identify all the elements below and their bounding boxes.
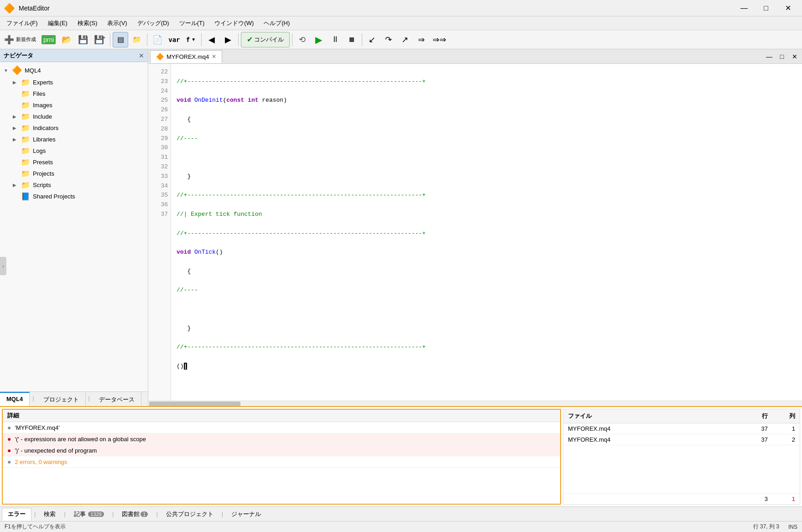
app-title: MetaEditor xyxy=(19,5,50,12)
menu-tools[interactable]: ツール(T) xyxy=(175,18,209,29)
minimize-button[interactable]: — xyxy=(734,1,755,15)
root-expand-arrow: ▼ xyxy=(4,68,9,73)
fp-row-0-col: 1 xyxy=(768,425,795,432)
compile-button[interactable]: ✔ コンパイル xyxy=(241,32,290,47)
run-to-cursor-button[interactable]: ⇒ xyxy=(414,32,429,47)
error-panel-header: 詳細 xyxy=(3,410,560,422)
compile-label: コンパイル xyxy=(254,36,284,44)
back-button[interactable]: ◀ xyxy=(204,32,219,47)
bottom-tab-journal[interactable]: ジャーナル xyxy=(226,508,266,520)
folder-view-button[interactable]: 📁 xyxy=(129,32,145,47)
bottom-tab-search[interactable]: 検索 xyxy=(38,508,61,520)
close-button[interactable]: ✕ xyxy=(777,1,798,15)
tree-item-presets[interactable]: ▶ 📁 Presets xyxy=(0,156,148,168)
code-content[interactable]: //+-------------------------------------… xyxy=(171,64,802,401)
tab-file-icon: 🔶 xyxy=(156,53,164,60)
fp-row-0-line: 37 xyxy=(740,425,768,432)
template-icon: prni xyxy=(42,35,56,44)
error-row-2[interactable]: ● ')' - unexpected end of program xyxy=(3,445,560,456)
func-button[interactable]: f ▼ xyxy=(183,32,199,47)
navigator-tabs: MQL4 | プロジェクト | データベース xyxy=(0,391,148,406)
bottom-tab-library[interactable]: 図書館1 xyxy=(116,508,153,520)
bottom-tab-articles[interactable]: 記事 1329 xyxy=(68,508,109,520)
error-row-1[interactable]: ● '(' - expressions are not allowed on a… xyxy=(3,433,560,445)
nav-tab-database[interactable]: データベース xyxy=(93,392,141,406)
menu-file[interactable]: ファイル(F) xyxy=(2,18,42,29)
nav-tab-project[interactable]: プロジェクト xyxy=(37,392,86,406)
tree-item-logs[interactable]: ▶ 📁 Logs xyxy=(0,145,148,156)
tab-close-button[interactable]: ✕ xyxy=(212,53,216,60)
fp-row-0[interactable]: MYFOREX.mq4 37 1 xyxy=(563,423,800,434)
forward-button[interactable]: ▶ xyxy=(220,32,236,47)
editor-view-button[interactable]: ▤ xyxy=(113,32,128,47)
open-button[interactable]: 📂 xyxy=(59,32,74,47)
navigator-close-button[interactable]: ✕ xyxy=(139,52,144,59)
step-over-button[interactable]: ↷ xyxy=(381,32,396,47)
status-bar: F1を押してヘルプを表示 行 37, 列 3 INS xyxy=(0,521,802,532)
stop-icon: ⏹ xyxy=(348,36,355,44)
new-button[interactable]: ➕ 新規作成 xyxy=(2,32,38,47)
error-icon-3: ● xyxy=(7,458,11,465)
indicators-label: Indicators xyxy=(33,125,58,131)
step-out-button[interactable]: ↗ xyxy=(397,32,413,47)
tree-item-files[interactable]: ▶ 📁 Files xyxy=(0,88,148,99)
fp-summary-line: 3 xyxy=(740,495,768,502)
error-panel: 詳細 ● 'MYFOREX.mq4' ● '(' - expressions a… xyxy=(2,409,561,505)
tree-item-indicators[interactable]: ▶ 📁 Indicators xyxy=(0,122,148,134)
tree-item-shared-projects[interactable]: ▶ 📘 Shared Projects xyxy=(0,191,148,202)
maximize-button[interactable]: □ xyxy=(755,1,776,15)
tab-close-win-button[interactable]: ✕ xyxy=(789,52,800,61)
menu-debug[interactable]: デバッグ(D) xyxy=(133,18,174,29)
fp-row-1-file: MYFOREX.mq4 xyxy=(568,436,740,443)
debug-back-button[interactable]: ⟲ xyxy=(295,32,310,47)
tab-minimize-button[interactable]: — xyxy=(764,52,775,61)
pause-button[interactable]: ⏸ xyxy=(328,32,343,47)
var-button[interactable]: var xyxy=(166,32,182,47)
menu-search[interactable]: 検索(S) xyxy=(73,18,102,29)
save-all-button[interactable]: 💾 + xyxy=(92,32,108,47)
tree-item-include[interactable]: ▶ 📁 Include xyxy=(0,111,148,122)
insert-icon: 📄 xyxy=(152,35,162,45)
new-label: 新規作成 xyxy=(16,36,36,43)
toolbar-sep-4 xyxy=(238,33,239,46)
menu-window[interactable]: ウインドウ(W) xyxy=(210,18,258,29)
step-into-button[interactable]: ↙ xyxy=(365,32,380,47)
template-button[interactable]: prni xyxy=(39,32,58,47)
left-collapse-handle[interactable]: › xyxy=(0,257,6,275)
line-numbers: 22 23 24 25 26 27 28 29 30 31 32 33 34 3… xyxy=(148,64,171,401)
run-to-cursor-icon: ⇒ xyxy=(418,35,425,45)
run-to-end-button[interactable]: ⇒⇒ xyxy=(430,32,448,47)
scripts-arrow: ▶ xyxy=(13,183,18,188)
code-horizontal-scrollbar[interactable] xyxy=(148,401,802,406)
run-button[interactable]: ▶ xyxy=(311,32,327,47)
error-icon-1: ● xyxy=(7,435,11,443)
bottom-tab-error[interactable]: エラー xyxy=(2,508,31,521)
bottom-tab-public[interactable]: 公共プロジェクト xyxy=(161,508,219,520)
presets-label: Presets xyxy=(33,159,53,166)
nav-tab-mql4[interactable]: MQL4 xyxy=(0,392,30,406)
menu-help[interactable]: ヘルプ(H) xyxy=(259,18,294,29)
menu-view[interactable]: 表示(V) xyxy=(103,18,131,29)
code-line-27: } xyxy=(177,172,797,182)
open-icon: 📂 xyxy=(62,35,72,45)
stop-button[interactable]: ⏹ xyxy=(344,32,359,47)
fp-row-1[interactable]: MYFOREX.mq4 37 2 xyxy=(563,434,800,445)
tab-maximize-button[interactable]: □ xyxy=(776,52,787,61)
ln-26: 26 xyxy=(150,105,168,115)
tree-item-images[interactable]: ▶ 📁 Images xyxy=(0,99,148,111)
tree-item-scripts[interactable]: ▶ 📁 Scripts xyxy=(0,179,148,191)
tree-root-mql4[interactable]: ▼ 🔶 MQL4 xyxy=(0,64,148,77)
toolbar-sep-1 xyxy=(110,33,110,46)
save-button[interactable]: 💾 xyxy=(75,32,91,47)
insert-button[interactable]: 📄 xyxy=(150,32,165,47)
tab-sep-5: | xyxy=(220,511,225,517)
ln-37: 37 xyxy=(150,210,168,219)
status-help: F1を押してヘルプを表示 xyxy=(5,523,66,531)
menu-edit[interactable]: 編集(E) xyxy=(43,18,72,29)
code-line-33: //---- xyxy=(177,286,797,295)
editor-tab-myforex[interactable]: 🔶 MYFOREX.mq4 ✕ xyxy=(150,50,222,63)
tree-item-libraries[interactable]: ▶ 📁 Libraries xyxy=(0,134,148,145)
tree-item-experts[interactable]: ▶ 📁 Experts xyxy=(0,77,148,88)
tree-item-projects[interactable]: ▶ 📁 Projects xyxy=(0,168,148,179)
code-line-30: //+-------------------------------------… xyxy=(177,229,797,239)
